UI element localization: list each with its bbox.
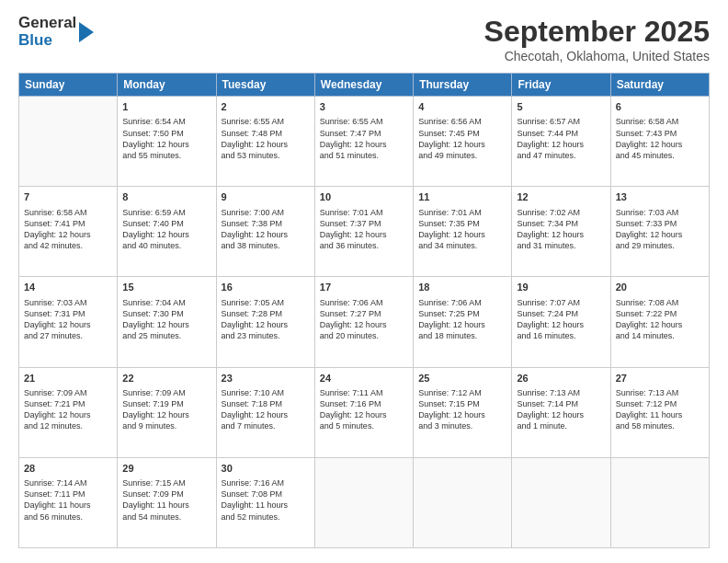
calendar-cell: 25Sunrise: 7:12 AMSunset: 7:15 PMDayligh… (414, 367, 512, 457)
calendar-cell: 5Sunrise: 6:57 AMSunset: 7:44 PMDaylight… (512, 97, 610, 187)
calendar-cell: 28Sunrise: 7:14 AMSunset: 7:11 PMDayligh… (19, 457, 118, 547)
calendar-cell: 2Sunrise: 6:55 AMSunset: 7:48 PMDaylight… (216, 97, 314, 187)
calendar-header-monday: Monday (118, 74, 216, 97)
logo-arrow-icon (79, 22, 94, 42)
cell-info: Sunrise: 7:01 AMSunset: 7:35 PMDaylight:… (418, 207, 506, 252)
day-number: 1 (122, 100, 210, 114)
calendar-cell: 21Sunrise: 7:09 AMSunset: 7:21 PMDayligh… (19, 367, 118, 457)
day-number: 5 (517, 100, 605, 114)
day-number: 7 (24, 190, 112, 204)
calendar-cell: 17Sunrise: 7:06 AMSunset: 7:27 PMDayligh… (314, 277, 413, 367)
cell-info: Sunrise: 7:12 AMSunset: 7:15 PMDaylight:… (418, 387, 506, 432)
cell-info: Sunrise: 6:55 AMSunset: 7:48 PMDaylight:… (222, 116, 310, 161)
calendar-cell: 30Sunrise: 7:16 AMSunset: 7:08 PMDayligh… (216, 457, 314, 547)
calendar-week-row: 7Sunrise: 6:58 AMSunset: 7:41 PMDaylight… (19, 187, 710, 277)
title-block: September 2025 Checotah, Oklahoma, Unite… (484, 15, 710, 63)
day-number: 26 (517, 372, 605, 385)
calendar-header-row: SundayMondayTuesdayWednesdayThursdayFrid… (19, 74, 710, 97)
calendar-cell (314, 457, 413, 547)
cell-info: Sunrise: 7:13 AMSunset: 7:12 PMDaylight:… (616, 387, 704, 432)
cell-info: Sunrise: 7:15 AMSunset: 7:09 PMDaylight:… (122, 477, 210, 523)
calendar-header-wednesday: Wednesday (314, 74, 413, 97)
day-number: 19 (517, 281, 605, 294)
calendar-cell: 10Sunrise: 7:01 AMSunset: 7:37 PMDayligh… (314, 187, 413, 277)
day-number: 29 (122, 462, 210, 476)
calendar-cell: 3Sunrise: 6:55 AMSunset: 7:47 PMDaylight… (314, 97, 413, 187)
calendar-week-row: 1Sunrise: 6:54 AMSunset: 7:50 PMDaylight… (19, 97, 710, 187)
day-number: 22 (122, 372, 210, 385)
cell-info: Sunrise: 7:09 AMSunset: 7:19 PMDaylight:… (122, 387, 210, 432)
cell-info: Sunrise: 7:16 AMSunset: 7:08 PMDaylight:… (222, 477, 310, 523)
calendar-header-tuesday: Tuesday (216, 74, 314, 97)
calendar-week-row: 28Sunrise: 7:14 AMSunset: 7:11 PMDayligh… (19, 457, 710, 547)
page: General Blue September 2025 Checotah, Ok… (0, 0, 728, 563)
day-number: 6 (616, 100, 704, 114)
subtitle: Checotah, Oklahoma, United States (484, 49, 710, 63)
main-title: September 2025 (484, 15, 710, 49)
calendar-cell (512, 457, 610, 547)
cell-info: Sunrise: 7:03 AMSunset: 7:33 PMDaylight:… (616, 207, 704, 252)
day-number: 20 (616, 281, 704, 294)
day-number: 13 (616, 190, 704, 204)
calendar-table: SundayMondayTuesdayWednesdayThursdayFrid… (18, 73, 710, 548)
calendar-cell: 24Sunrise: 7:11 AMSunset: 7:16 PMDayligh… (314, 367, 413, 457)
calendar-cell: 8Sunrise: 6:59 AMSunset: 7:40 PMDaylight… (118, 187, 216, 277)
calendar-cell: 27Sunrise: 7:13 AMSunset: 7:12 PMDayligh… (610, 367, 709, 457)
calendar-cell: 20Sunrise: 7:08 AMSunset: 7:22 PMDayligh… (610, 277, 709, 367)
calendar-cell: 11Sunrise: 7:01 AMSunset: 7:35 PMDayligh… (414, 187, 512, 277)
calendar-cell: 14Sunrise: 7:03 AMSunset: 7:31 PMDayligh… (19, 277, 118, 367)
calendar-cell: 16Sunrise: 7:05 AMSunset: 7:28 PMDayligh… (216, 277, 314, 367)
calendar-header-saturday: Saturday (610, 74, 709, 97)
cell-info: Sunrise: 6:58 AMSunset: 7:43 PMDaylight:… (616, 116, 704, 161)
day-number: 21 (24, 372, 112, 385)
calendar-cell: 29Sunrise: 7:15 AMSunset: 7:09 PMDayligh… (118, 457, 216, 547)
calendar-cell: 4Sunrise: 6:56 AMSunset: 7:45 PMDaylight… (414, 97, 512, 187)
day-number: 27 (616, 372, 704, 385)
day-number: 23 (222, 372, 310, 385)
day-number: 25 (418, 372, 506, 385)
calendar-cell: 12Sunrise: 7:02 AMSunset: 7:34 PMDayligh… (512, 187, 610, 277)
day-number: 28 (24, 462, 112, 476)
calendar-cell: 19Sunrise: 7:07 AMSunset: 7:24 PMDayligh… (512, 277, 610, 367)
cell-info: Sunrise: 6:56 AMSunset: 7:45 PMDaylight:… (418, 116, 506, 161)
calendar-cell: 18Sunrise: 7:06 AMSunset: 7:25 PMDayligh… (414, 277, 512, 367)
calendar-header-friday: Friday (512, 74, 610, 97)
day-number: 10 (320, 190, 408, 204)
day-number: 8 (122, 190, 210, 204)
header: General Blue September 2025 Checotah, Ok… (18, 15, 710, 63)
day-number: 17 (320, 281, 408, 294)
calendar-cell (610, 457, 709, 547)
calendar-week-row: 21Sunrise: 7:09 AMSunset: 7:21 PMDayligh… (19, 367, 710, 457)
day-number: 14 (24, 281, 112, 294)
day-number: 9 (222, 190, 310, 204)
calendar-cell: 6Sunrise: 6:58 AMSunset: 7:43 PMDaylight… (610, 97, 709, 187)
calendar-cell (19, 97, 118, 187)
calendar-cell: 23Sunrise: 7:10 AMSunset: 7:18 PMDayligh… (216, 367, 314, 457)
calendar-header-sunday: Sunday (19, 74, 118, 97)
cell-info: Sunrise: 7:03 AMSunset: 7:31 PMDaylight:… (24, 297, 112, 342)
logo-blue: Blue (18, 32, 76, 50)
day-number: 3 (320, 100, 408, 114)
cell-info: Sunrise: 7:00 AMSunset: 7:38 PMDaylight:… (222, 207, 310, 252)
cell-info: Sunrise: 7:06 AMSunset: 7:25 PMDaylight:… (418, 297, 506, 342)
day-number: 12 (517, 190, 605, 204)
calendar-cell: 22Sunrise: 7:09 AMSunset: 7:19 PMDayligh… (118, 367, 216, 457)
cell-info: Sunrise: 7:06 AMSunset: 7:27 PMDaylight:… (320, 297, 408, 342)
day-number: 16 (222, 281, 310, 294)
cell-info: Sunrise: 6:55 AMSunset: 7:47 PMDaylight:… (320, 116, 408, 161)
cell-info: Sunrise: 7:10 AMSunset: 7:18 PMDaylight:… (222, 387, 310, 432)
cell-info: Sunrise: 7:09 AMSunset: 7:21 PMDaylight:… (24, 387, 112, 432)
svg-marker-0 (79, 22, 94, 42)
day-number: 4 (418, 100, 506, 114)
cell-info: Sunrise: 7:11 AMSunset: 7:16 PMDaylight:… (320, 387, 408, 432)
day-number: 2 (222, 100, 310, 114)
day-number: 15 (122, 281, 210, 294)
calendar-week-row: 14Sunrise: 7:03 AMSunset: 7:31 PMDayligh… (19, 277, 710, 367)
day-number: 24 (320, 372, 408, 385)
calendar-cell: 15Sunrise: 7:04 AMSunset: 7:30 PMDayligh… (118, 277, 216, 367)
cell-info: Sunrise: 6:58 AMSunset: 7:41 PMDaylight:… (24, 207, 112, 252)
calendar-cell: 7Sunrise: 6:58 AMSunset: 7:41 PMDaylight… (19, 187, 118, 277)
cell-info: Sunrise: 7:05 AMSunset: 7:28 PMDaylight:… (222, 297, 310, 342)
cell-info: Sunrise: 6:57 AMSunset: 7:44 PMDaylight:… (517, 116, 605, 161)
cell-info: Sunrise: 7:04 AMSunset: 7:30 PMDaylight:… (122, 297, 210, 342)
